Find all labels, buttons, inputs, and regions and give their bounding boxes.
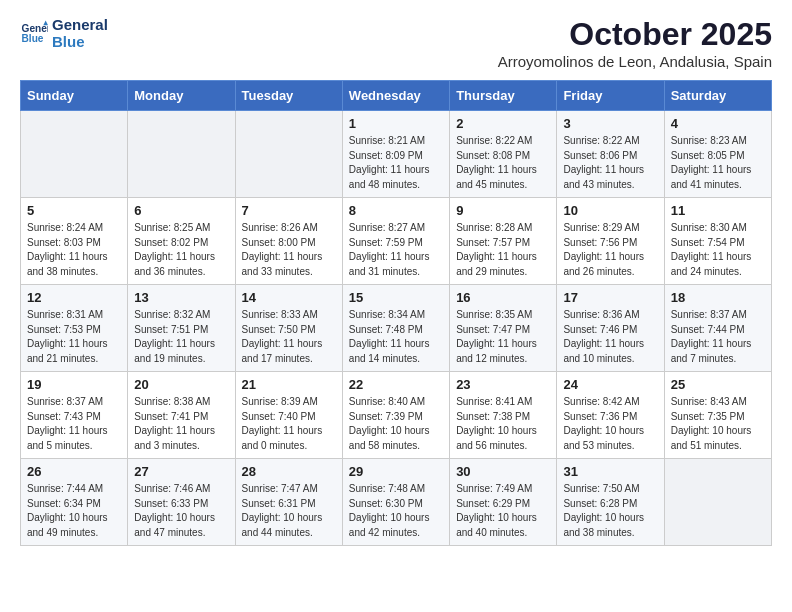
calendar-cell: 30Sunrise: 7:49 AM Sunset: 6:29 PM Dayli… bbox=[450, 459, 557, 546]
header-tuesday: Tuesday bbox=[235, 81, 342, 111]
day-number: 5 bbox=[27, 203, 121, 218]
calendar-cell: 29Sunrise: 7:48 AM Sunset: 6:30 PM Dayli… bbox=[342, 459, 449, 546]
day-info: Sunrise: 8:38 AM Sunset: 7:41 PM Dayligh… bbox=[134, 395, 228, 453]
day-number: 31 bbox=[563, 464, 657, 479]
calendar-cell: 9Sunrise: 8:28 AM Sunset: 7:57 PM Daylig… bbox=[450, 198, 557, 285]
svg-text:Blue: Blue bbox=[22, 33, 44, 44]
day-number: 2 bbox=[456, 116, 550, 131]
day-info: Sunrise: 8:22 AM Sunset: 8:06 PM Dayligh… bbox=[563, 134, 657, 192]
calendar-cell bbox=[664, 459, 771, 546]
calendar-cell: 11Sunrise: 8:30 AM Sunset: 7:54 PM Dayli… bbox=[664, 198, 771, 285]
day-number: 24 bbox=[563, 377, 657, 392]
day-number: 9 bbox=[456, 203, 550, 218]
logo-icon: General Blue bbox=[20, 19, 48, 47]
day-number: 28 bbox=[242, 464, 336, 479]
day-info: Sunrise: 7:44 AM Sunset: 6:34 PM Dayligh… bbox=[27, 482, 121, 540]
calendar-cell: 20Sunrise: 8:38 AM Sunset: 7:41 PM Dayli… bbox=[128, 372, 235, 459]
day-number: 20 bbox=[134, 377, 228, 392]
day-number: 26 bbox=[27, 464, 121, 479]
header-friday: Friday bbox=[557, 81, 664, 111]
calendar-cell: 15Sunrise: 8:34 AM Sunset: 7:48 PM Dayli… bbox=[342, 285, 449, 372]
calendar-cell: 6Sunrise: 8:25 AM Sunset: 8:02 PM Daylig… bbox=[128, 198, 235, 285]
calendar-cell bbox=[128, 111, 235, 198]
day-number: 23 bbox=[456, 377, 550, 392]
day-info: Sunrise: 8:30 AM Sunset: 7:54 PM Dayligh… bbox=[671, 221, 765, 279]
calendar-cell bbox=[21, 111, 128, 198]
calendar-cell: 24Sunrise: 8:42 AM Sunset: 7:36 PM Dayli… bbox=[557, 372, 664, 459]
calendar-cell: 17Sunrise: 8:36 AM Sunset: 7:46 PM Dayli… bbox=[557, 285, 664, 372]
calendar-cell: 4Sunrise: 8:23 AM Sunset: 8:05 PM Daylig… bbox=[664, 111, 771, 198]
logo: General Blue General Blue bbox=[20, 16, 108, 50]
day-info: Sunrise: 8:25 AM Sunset: 8:02 PM Dayligh… bbox=[134, 221, 228, 279]
day-number: 18 bbox=[671, 290, 765, 305]
day-info: Sunrise: 7:46 AM Sunset: 6:33 PM Dayligh… bbox=[134, 482, 228, 540]
day-number: 29 bbox=[349, 464, 443, 479]
day-info: Sunrise: 8:36 AM Sunset: 7:46 PM Dayligh… bbox=[563, 308, 657, 366]
calendar-week-5: 26Sunrise: 7:44 AM Sunset: 6:34 PM Dayli… bbox=[21, 459, 772, 546]
day-info: Sunrise: 7:50 AM Sunset: 6:28 PM Dayligh… bbox=[563, 482, 657, 540]
calendar-cell: 12Sunrise: 8:31 AM Sunset: 7:53 PM Dayli… bbox=[21, 285, 128, 372]
day-number: 12 bbox=[27, 290, 121, 305]
calendar-table: SundayMondayTuesdayWednesdayThursdayFrid… bbox=[20, 80, 772, 546]
day-info: Sunrise: 8:26 AM Sunset: 8:00 PM Dayligh… bbox=[242, 221, 336, 279]
header-thursday: Thursday bbox=[450, 81, 557, 111]
day-number: 14 bbox=[242, 290, 336, 305]
day-number: 3 bbox=[563, 116, 657, 131]
calendar-cell: 8Sunrise: 8:27 AM Sunset: 7:59 PM Daylig… bbox=[342, 198, 449, 285]
calendar-cell: 19Sunrise: 8:37 AM Sunset: 7:43 PM Dayli… bbox=[21, 372, 128, 459]
day-info: Sunrise: 8:31 AM Sunset: 7:53 PM Dayligh… bbox=[27, 308, 121, 366]
calendar-cell: 26Sunrise: 7:44 AM Sunset: 6:34 PM Dayli… bbox=[21, 459, 128, 546]
calendar-week-4: 19Sunrise: 8:37 AM Sunset: 7:43 PM Dayli… bbox=[21, 372, 772, 459]
logo-line2: Blue bbox=[52, 33, 108, 50]
calendar-cell: 21Sunrise: 8:39 AM Sunset: 7:40 PM Dayli… bbox=[235, 372, 342, 459]
day-number: 8 bbox=[349, 203, 443, 218]
day-number: 27 bbox=[134, 464, 228, 479]
day-info: Sunrise: 8:22 AM Sunset: 8:08 PM Dayligh… bbox=[456, 134, 550, 192]
day-number: 16 bbox=[456, 290, 550, 305]
day-number: 1 bbox=[349, 116, 443, 131]
calendar-cell: 5Sunrise: 8:24 AM Sunset: 8:03 PM Daylig… bbox=[21, 198, 128, 285]
header-wednesday: Wednesday bbox=[342, 81, 449, 111]
day-info: Sunrise: 7:48 AM Sunset: 6:30 PM Dayligh… bbox=[349, 482, 443, 540]
calendar-cell: 31Sunrise: 7:50 AM Sunset: 6:28 PM Dayli… bbox=[557, 459, 664, 546]
day-info: Sunrise: 8:37 AM Sunset: 7:44 PM Dayligh… bbox=[671, 308, 765, 366]
day-info: Sunrise: 8:40 AM Sunset: 7:39 PM Dayligh… bbox=[349, 395, 443, 453]
day-number: 6 bbox=[134, 203, 228, 218]
day-info: Sunrise: 8:43 AM Sunset: 7:35 PM Dayligh… bbox=[671, 395, 765, 453]
calendar-cell: 10Sunrise: 8:29 AM Sunset: 7:56 PM Dayli… bbox=[557, 198, 664, 285]
day-number: 22 bbox=[349, 377, 443, 392]
month-title: October 2025 bbox=[498, 16, 772, 53]
calendar-cell: 22Sunrise: 8:40 AM Sunset: 7:39 PM Dayli… bbox=[342, 372, 449, 459]
calendar-cell: 14Sunrise: 8:33 AM Sunset: 7:50 PM Dayli… bbox=[235, 285, 342, 372]
day-number: 4 bbox=[671, 116, 765, 131]
day-number: 10 bbox=[563, 203, 657, 218]
day-info: Sunrise: 8:39 AM Sunset: 7:40 PM Dayligh… bbox=[242, 395, 336, 453]
calendar-week-2: 5Sunrise: 8:24 AM Sunset: 8:03 PM Daylig… bbox=[21, 198, 772, 285]
day-info: Sunrise: 8:37 AM Sunset: 7:43 PM Dayligh… bbox=[27, 395, 121, 453]
title-area: October 2025 Arroyomolinos de Leon, Anda… bbox=[498, 16, 772, 70]
calendar-cell: 7Sunrise: 8:26 AM Sunset: 8:00 PM Daylig… bbox=[235, 198, 342, 285]
day-info: Sunrise: 7:49 AM Sunset: 6:29 PM Dayligh… bbox=[456, 482, 550, 540]
day-info: Sunrise: 8:41 AM Sunset: 7:38 PM Dayligh… bbox=[456, 395, 550, 453]
calendar-week-1: 1Sunrise: 8:21 AM Sunset: 8:09 PM Daylig… bbox=[21, 111, 772, 198]
day-number: 15 bbox=[349, 290, 443, 305]
calendar-cell: 3Sunrise: 8:22 AM Sunset: 8:06 PM Daylig… bbox=[557, 111, 664, 198]
day-info: Sunrise: 8:21 AM Sunset: 8:09 PM Dayligh… bbox=[349, 134, 443, 192]
day-number: 30 bbox=[456, 464, 550, 479]
day-number: 25 bbox=[671, 377, 765, 392]
header: General Blue General Blue October 2025 A… bbox=[20, 16, 772, 70]
day-number: 13 bbox=[134, 290, 228, 305]
day-number: 21 bbox=[242, 377, 336, 392]
calendar-week-3: 12Sunrise: 8:31 AM Sunset: 7:53 PM Dayli… bbox=[21, 285, 772, 372]
day-info: Sunrise: 8:42 AM Sunset: 7:36 PM Dayligh… bbox=[563, 395, 657, 453]
day-info: Sunrise: 8:24 AM Sunset: 8:03 PM Dayligh… bbox=[27, 221, 121, 279]
calendar-cell: 25Sunrise: 8:43 AM Sunset: 7:35 PM Dayli… bbox=[664, 372, 771, 459]
calendar-cell: 28Sunrise: 7:47 AM Sunset: 6:31 PM Dayli… bbox=[235, 459, 342, 546]
day-info: Sunrise: 8:33 AM Sunset: 7:50 PM Dayligh… bbox=[242, 308, 336, 366]
day-number: 7 bbox=[242, 203, 336, 218]
day-info: Sunrise: 7:47 AM Sunset: 6:31 PM Dayligh… bbox=[242, 482, 336, 540]
day-info: Sunrise: 8:35 AM Sunset: 7:47 PM Dayligh… bbox=[456, 308, 550, 366]
calendar-cell: 13Sunrise: 8:32 AM Sunset: 7:51 PM Dayli… bbox=[128, 285, 235, 372]
day-info: Sunrise: 8:34 AM Sunset: 7:48 PM Dayligh… bbox=[349, 308, 443, 366]
calendar-cell: 23Sunrise: 8:41 AM Sunset: 7:38 PM Dayli… bbox=[450, 372, 557, 459]
